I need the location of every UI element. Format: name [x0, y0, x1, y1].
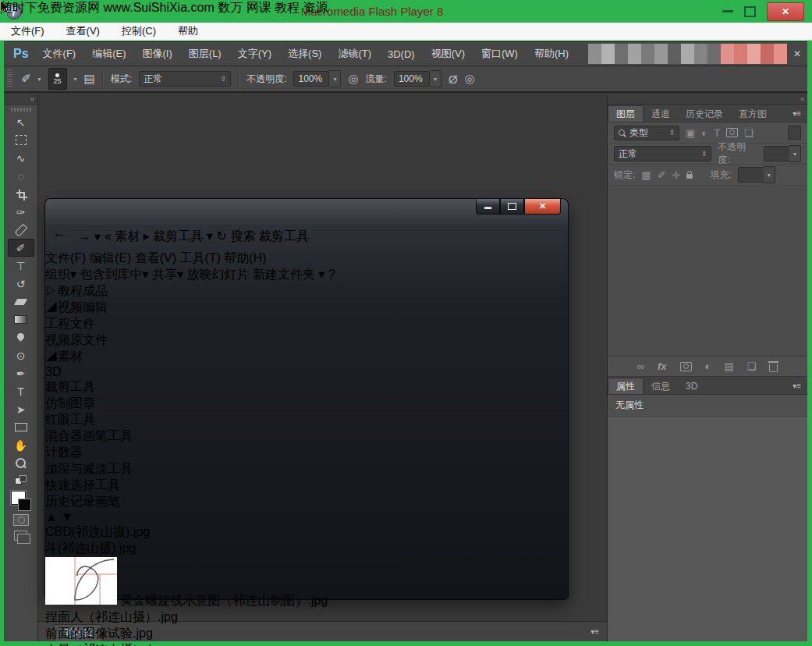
tree-item[interactable]: ◢视频编辑 — [45, 300, 568, 316]
tree-item[interactable]: 工程文件 — [45, 316, 568, 332]
options-grip[interactable] — [7, 69, 12, 88]
new-layer-icon[interactable]: ❏ — [747, 360, 757, 372]
layer-opacity-arrow-icon[interactable]: ▾ — [789, 145, 801, 162]
panel-collapse-icon[interactable]: » — [608, 94, 807, 105]
screen-mode-icon[interactable] — [14, 531, 27, 541]
minimize-icon[interactable] — [722, 10, 733, 12]
history-brush-tool[interactable]: ↺ — [8, 275, 34, 293]
explorer-menu-file[interactable]: 文件(F) — [45, 251, 86, 264]
clone-stamp-tool[interactable]: ⊤ — [8, 257, 34, 275]
tree-item[interactable]: ◢素材 — [45, 349, 568, 365]
flash-menu-control[interactable]: 控制(C) — [122, 24, 156, 38]
background-color[interactable] — [18, 499, 31, 511]
pen-pressure-icon[interactable]: Ø — [449, 73, 458, 86]
tab-3d[interactable]: 3D — [678, 378, 705, 394]
ps-menu-select[interactable]: 选择(S) — [288, 47, 321, 61]
tab-info[interactable]: 信息 — [644, 378, 678, 394]
path-selection-tool[interactable]: ➤ — [8, 400, 34, 418]
ps-menu-file[interactable]: 文件(F) — [43, 47, 76, 61]
breadcrumb-current[interactable]: 裁剪工具 — [153, 229, 203, 243]
airbrush-pressure-icon[interactable]: ◎ — [348, 72, 358, 86]
file-item[interactable]: 山景（祁连山摄）.jpg — [45, 642, 568, 646]
back-button[interactable]: ← — [53, 226, 74, 247]
expander-expanded-icon[interactable]: ◢ — [45, 300, 58, 314]
move-tool[interactable]: ↖ — [8, 113, 34, 131]
search-box[interactable]: 搜索 裁剪工具 — [231, 229, 309, 245]
flow-select[interactable]: 100% — [394, 71, 430, 87]
explorer-minimize-icon[interactable]: ▬ — [476, 199, 500, 215]
explorer-maximize-icon[interactable] — [500, 199, 524, 215]
tab-channels[interactable]: 通道 — [644, 106, 678, 122]
filter-pixel-layers-icon[interactable]: ▣ — [686, 127, 695, 139]
healing-brush-tool[interactable] — [8, 221, 34, 239]
help-icon[interactable]: ? — [328, 268, 335, 281]
file-item-selected[interactable]: CBD(祁连山摄).jpg — [45, 524, 568, 541]
ps-menu-3d[interactable]: 3D(D) — [388, 48, 415, 60]
flash-menu-help[interactable]: 帮助 — [178, 24, 198, 38]
layer-style-icon[interactable]: fx — [658, 360, 667, 372]
expander-collapsed-icon[interactable]: ▷ — [45, 284, 58, 297]
ps-menu-type[interactable]: 文字(Y) — [238, 47, 271, 61]
ps-menu-filter[interactable]: 滤镜(T) — [338, 47, 371, 61]
tree-item-selected[interactable]: 裁剪工具 — [45, 379, 568, 396]
pen-tool[interactable]: ✒ — [8, 364, 34, 382]
layer-blend-mode-select[interactable]: 正常 ⇕ — [614, 146, 711, 162]
layers-panel-menu-icon[interactable]: ▾≡ — [792, 109, 801, 118]
explorer-menu-edit[interactable]: 编辑(E) — [90, 251, 131, 264]
delete-layer-icon[interactable] — [769, 364, 778, 372]
tab-history[interactable]: 历史记录 — [678, 106, 731, 122]
file-item[interactable]: 前面的图像试验.jpg — [45, 626, 568, 642]
ps-menu-window[interactable]: 窗口(W) — [481, 47, 518, 61]
blur-tool[interactable] — [8, 328, 34, 346]
ps-menu-help[interactable]: 帮助(H) — [534, 47, 569, 61]
tree-item[interactable]: 3D — [45, 365, 568, 379]
brush-preset-arrow-icon[interactable]: ▾ — [38, 76, 41, 83]
history-dropdown-icon[interactable]: ▾ — [94, 229, 101, 244]
explorer-menu-view[interactable]: 查看(V) — [135, 251, 176, 264]
airbrush-icon[interactable]: ◎ — [465, 72, 475, 86]
tree-item[interactable]: ▷教程成品 — [45, 283, 568, 300]
tree-item[interactable]: 视频原文件 — [45, 332, 568, 349]
scroll-down-icon[interactable]: ▼ — [61, 510, 73, 524]
include-in-library-button[interactable]: 包含到库中▾ — [80, 268, 148, 281]
add-mask-icon[interactable] — [680, 362, 692, 371]
explorer-menu-help[interactable]: 帮助(H) — [224, 251, 266, 264]
ps-menu-view[interactable]: 视图(V) — [431, 47, 465, 61]
filter-adjustment-icon[interactable]: ◐ — [701, 127, 707, 139]
flow-arrow-icon[interactable]: ▾ — [430, 70, 441, 87]
filter-type-icon[interactable]: T — [714, 127, 720, 139]
layer-fill-arrow-icon[interactable]: ▾ — [764, 166, 775, 183]
toolbar-grip[interactable] — [11, 108, 31, 112]
document-close-icon[interactable]: ✕ — [793, 48, 801, 59]
eyedropper-tool[interactable]: ✑ — [8, 203, 34, 221]
adjustment-layer-icon[interactable]: ◐ — [705, 360, 711, 372]
close-button[interactable]: ✕ — [767, 2, 804, 21]
new-folder-button[interactable]: 新建文件夹 — [253, 268, 315, 281]
views-dropdown-icon[interactable]: ▾ — [318, 268, 324, 281]
layers-list[interactable] — [608, 186, 807, 357]
type-tool[interactable]: T — [8, 382, 34, 400]
filter-smart-object-icon[interactable]: ❏ — [744, 127, 753, 139]
layer-fill-select[interactable] — [738, 167, 764, 183]
organize-button[interactable]: 组织▾ — [45, 268, 76, 281]
zoom-tool[interactable] — [8, 454, 34, 472]
opacity-arrow-icon[interactable]: ▾ — [329, 70, 341, 87]
color-swatches[interactable] — [11, 491, 31, 511]
brush-size-picker[interactable]: 25 — [48, 68, 67, 90]
lock-transparency-icon[interactable]: ▦ — [641, 169, 651, 181]
tree-item[interactable]: 加深与减淡工具 — [45, 461, 568, 477]
layer-filter-select[interactable]: 类型 ⇕ — [614, 126, 679, 140]
file-item[interactable]: 捏面人（祁连山摄）.jpg — [45, 609, 568, 626]
lock-position-icon[interactable]: ✛ — [672, 169, 681, 181]
flash-menu-view[interactable]: 查看(V) — [66, 24, 100, 38]
toolbar-collapse-icon[interactable]: » — [4, 94, 37, 105]
flash-menu-file[interactable]: 文件(F) — [11, 24, 44, 38]
explorer-close-icon[interactable]: ✕ — [524, 199, 561, 215]
brush-size-arrow-icon[interactable]: ▾ — [74, 76, 77, 83]
properties-panel-menu-icon[interactable]: ▾≡ — [792, 382, 801, 390]
tree-scrollbar[interactable]: ▲ ▼ — [45, 510, 568, 524]
expander-expanded-icon[interactable]: ◢ — [45, 350, 58, 363]
tab-histogram[interactable]: 直方图 — [731, 106, 775, 122]
breadcrumb-overflow-icon[interactable]: « — [105, 229, 112, 243]
ps-menu-image[interactable]: 图像(I) — [143, 47, 172, 61]
